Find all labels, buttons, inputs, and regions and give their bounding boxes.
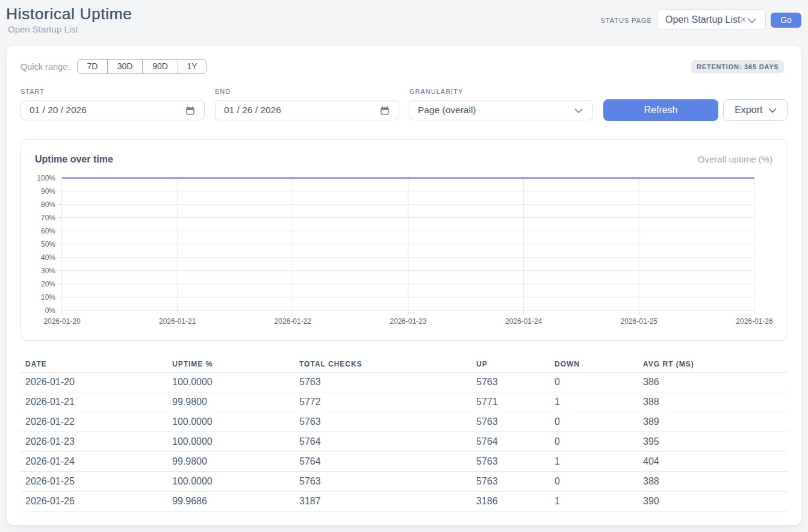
svg-text:2026-01-25: 2026-01-25 xyxy=(621,317,658,326)
svg-text:0%: 0% xyxy=(45,306,56,315)
svg-text:2026-01-23: 2026-01-23 xyxy=(390,317,427,326)
svg-text:2026-01-22: 2026-01-22 xyxy=(275,317,312,326)
svg-text:40%: 40% xyxy=(41,253,55,262)
svg-text:90%: 90% xyxy=(41,187,55,196)
svg-text:2026-01-24: 2026-01-24 xyxy=(505,317,542,326)
svg-text:50%: 50% xyxy=(41,240,55,249)
svg-text:30%: 30% xyxy=(41,267,55,275)
svg-text:60%: 60% xyxy=(41,227,55,235)
svg-text:2026-01-26: 2026-01-26 xyxy=(736,317,773,326)
svg-text:20%: 20% xyxy=(41,280,55,288)
svg-text:10%: 10% xyxy=(41,293,55,302)
svg-text:100%: 100% xyxy=(37,174,55,182)
svg-text:2026-01-20: 2026-01-20 xyxy=(43,317,81,326)
svg-text:2026-01-21: 2026-01-21 xyxy=(159,317,196,326)
svg-text:80%: 80% xyxy=(41,200,55,209)
svg-text:70%: 70% xyxy=(41,214,55,222)
